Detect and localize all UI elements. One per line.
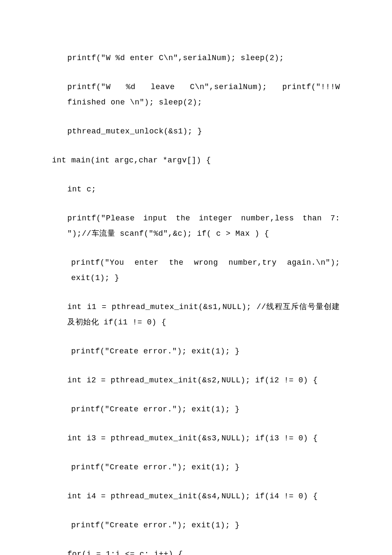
code-line: printf("Create error."); exit(1); } [52,460,340,475]
code-line: printf("W %d leave C\n",serialNum); prin… [52,79,340,110]
code-line: int i4 = pthread_mutex_init(&s4,NULL); i… [52,489,340,504]
code-line: printf("Create error."); exit(1); } [52,402,340,417]
code-line: for(i = 1;i <= c; i++) { [52,546,340,555]
code-line: int main(int argc,char *argv[]) { [52,153,340,168]
code-line: int c; [52,182,340,197]
code-line: printf("You enter the wrong number,try a… [52,255,340,286]
code-line: int i3 = pthread_mutex_init(&s3,NULL); i… [52,431,340,446]
code-line: printf("W %d enter C\n",serialNum); slee… [52,50,340,66]
code-line: int i2 = pthread_mutex_init(&s2,NULL); i… [52,373,340,388]
code-line: pthread_mutex_unlock(&s1); } [52,124,340,139]
code-line: int i1 = pthread_mutex_init(&s1,NULL); /… [52,299,340,330]
code-line: printf("Please input the integer number,… [52,211,340,241]
code-line: printf("Create error."); exit(1); } [52,344,340,359]
document-page: printf("W %d enter C\n",serialNum); slee… [0,0,392,555]
code-line: printf("Create error."); exit(1); } [52,517,340,533]
